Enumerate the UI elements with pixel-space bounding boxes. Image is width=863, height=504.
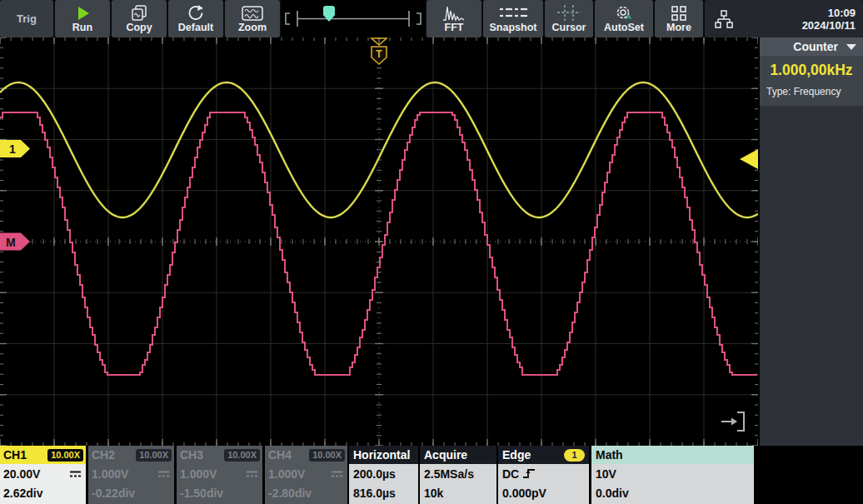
ch3-probe-badge: 10.00X (224, 449, 260, 462)
cursor-label: Cursor (552, 22, 586, 33)
copy-icon (129, 4, 149, 22)
acquire-sample-rate: 2.5MSa/s (424, 467, 474, 481)
trigger-title: Edge (502, 448, 531, 462)
more-label: More (666, 22, 691, 33)
trigger-coupling: DC (502, 467, 519, 481)
copy-button[interactable]: Copy (112, 0, 167, 37)
ch1-offset: 2.62div (3, 487, 42, 500)
autoset-gear-icon: A (614, 4, 634, 22)
svg-text:1: 1 (9, 142, 16, 156)
date-text: 2024/10/11 (802, 19, 856, 32)
zoom-button[interactable]: Zoom (225, 0, 280, 37)
trigger-level: 0.000pV (502, 487, 546, 500)
acquire-title: Acquire (424, 448, 467, 462)
horizontal-position-slider[interactable] (282, 0, 425, 37)
time-text: 10:09 (828, 7, 856, 19)
trigger-box[interactable]: Edge 1 DC 0.000pV (498, 446, 589, 504)
fft-label: FFT (445, 22, 464, 33)
wave-zoom-icon (241, 4, 264, 22)
rising-edge-icon (522, 467, 536, 480)
more-grid-icon (671, 4, 687, 22)
math-scale: 10V (596, 467, 616, 481)
ch4-box[interactable]: CH4 10.00X 1.000V -2.80div (265, 446, 347, 504)
ch3-offset: -1.50div (180, 487, 223, 500)
trig-status-button[interactable]: Trig (0, 0, 53, 37)
ch4-probe-badge: 10.00X (309, 449, 345, 462)
autoset-label: AutoSet (604, 22, 644, 33)
counter-type-label: Type: (766, 86, 791, 97)
dc-coupling-icon (69, 470, 82, 478)
ch3-box[interactable]: CH3 10.00X 1.000V -1.50div (177, 446, 262, 504)
ch3-label: CH3 (180, 448, 203, 462)
svg-text:A: A (626, 12, 631, 21)
fft-button[interactable]: FFT (427, 0, 481, 37)
ch4-scale: 1.000V (268, 467, 305, 481)
counter-value: 1.000,00kHz (760, 56, 863, 84)
ch1-probe-badge: 10.00X (47, 449, 83, 462)
counter-card: Counter 1.000,00kHz Type: Frequency (760, 37, 863, 106)
dc-coupling-icon (246, 470, 258, 478)
waveforms (0, 82, 758, 375)
counter-type-value: Frequency (794, 86, 841, 97)
bottom-status-bar: CH1 10.00X 20.00V 2.62div CH2 10.00X 1.0… (0, 446, 863, 504)
default-label: Default (178, 22, 213, 33)
ch2-offset: -0.22div (92, 487, 135, 500)
counter-type: Type: Frequency (760, 84, 863, 106)
status-clock-panel[interactable]: 10:09 2024/10/11 (705, 0, 863, 37)
right-sidebar: Counter 1.000,00kHz Type: Frequency (760, 37, 863, 446)
copy-label: Copy (126, 22, 152, 33)
autoset-button[interactable]: A AutoSet (595, 0, 653, 37)
snapshot-button[interactable]: Snapshot (483, 0, 543, 37)
acquire-box[interactable]: Acquire 2.5MSa/s 10k (420, 446, 496, 504)
ch3-scale: 1.000V (180, 467, 217, 481)
enter-icon[interactable] (721, 412, 744, 431)
top-toolbar: Trig Run Copy Default (0, 0, 863, 37)
counter-dropdown[interactable]: Counter (760, 37, 863, 56)
snapshot-label: Snapshot (490, 22, 537, 33)
ch1-label: CH1 (3, 448, 27, 462)
ch2-scale: 1.000V (92, 467, 128, 481)
ch4-offset: -2.80div (268, 487, 312, 500)
snapshot-list-icon (498, 4, 528, 22)
fft-spectrum-icon (441, 4, 466, 22)
ch2-label: CH2 (92, 448, 115, 462)
cursor-button[interactable]: Cursor (545, 0, 593, 37)
datetime-display: 10:09 2024/10/11 (802, 7, 856, 32)
ch4-label: CH4 (268, 448, 292, 462)
ch1-scale: 20.00V (3, 467, 40, 481)
trigger-source-badge: 1 (564, 449, 585, 462)
horizontal-timebase: 200.0µs (353, 467, 396, 481)
trig-label: Trig (17, 12, 37, 25)
default-button[interactable]: Default (168, 0, 223, 37)
chevron-down-icon (846, 44, 856, 50)
graticule (0, 37, 758, 446)
run-label: Run (72, 22, 92, 33)
slider-outer-left-bracket (286, 13, 290, 24)
more-button[interactable]: More (655, 0, 703, 37)
acquire-mem-depth: 10k (424, 487, 443, 500)
horizontal-box[interactable]: Horizontal 200.0µs 816.0µs (349, 446, 418, 504)
cursor-crosshair-icon (556, 4, 582, 22)
slider-outer-right-bracket (417, 13, 421, 24)
math-box[interactable]: Math 10V 0.0div (591, 446, 754, 504)
zoom-label: Zoom (238, 22, 267, 33)
ch2-probe-badge: 10.00X (136, 449, 172, 462)
counter-title: Counter (793, 40, 838, 53)
reset-arrow-icon (187, 4, 205, 22)
waveform-display[interactable]: T 1 M (0, 37, 758, 446)
ch2-box[interactable]: CH2 10.00X 1.000V -0.22div (88, 446, 174, 504)
ch1-box[interactable]: CH1 10.00X 20.00V 2.62div (0, 446, 86, 504)
network-lan-icon (713, 8, 735, 30)
dc-coupling-icon (331, 470, 343, 478)
trigger-level-arrow[interactable] (740, 149, 758, 169)
horizontal-title: Horizontal (353, 448, 410, 462)
run-button[interactable]: Run (55, 0, 110, 37)
math-title: Math (596, 448, 623, 462)
math-level-marker[interactable]: M (0, 233, 30, 251)
play-icon (74, 4, 91, 22)
horizontal-delay: 816.0µs (353, 487, 396, 500)
ch1-level-marker[interactable]: 1 (0, 140, 30, 157)
svg-text:T: T (376, 48, 382, 60)
math-offset: 0.0div (596, 487, 629, 500)
dc-coupling-icon (157, 470, 170, 478)
